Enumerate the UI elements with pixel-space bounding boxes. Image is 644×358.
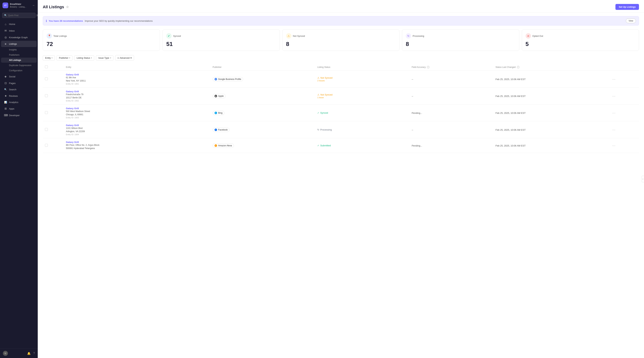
table-row: Galaxy Grill 1101 Wilson BlvdArlington, …	[43, 121, 639, 138]
processing-spin-icon: ↻	[317, 128, 319, 131]
brand-subtitle: Brewery - Listing...	[10, 6, 26, 8]
entity-filter[interactable]: Entity ▾	[43, 55, 55, 61]
publisher-badge[interactable]: G Google Business Profile	[212, 77, 243, 81]
quick-find-input[interactable]	[8, 14, 35, 17]
synced-value: 51	[166, 41, 276, 47]
quick-find-bar[interactable]: 🔍 ⌘ K	[2, 13, 36, 18]
row-more-options-button[interactable]: ⋯	[611, 143, 617, 148]
sidebar-collapse-handle[interactable]: ‹	[642, 176, 644, 182]
sidebar-item-listings[interactable]: ≡ Listings	[1, 41, 37, 47]
select-all-checkbox[interactable]	[45, 65, 48, 68]
page-title-block: All Listings ☆	[43, 5, 69, 9]
entity-filter-label: Entity	[45, 57, 51, 59]
status-detail: 1 Issue	[317, 96, 407, 99]
stat-synced[interactable]: ✔ Synced 51	[162, 29, 280, 51]
publisher-filter-chevron: ▾	[69, 57, 70, 59]
advanced-filter[interactable]: ≡ Advanced ▾	[115, 55, 134, 61]
brand-block[interactable]: XT BreadWater Brewery - Listing...	[2, 2, 26, 8]
row-checkbox[interactable]	[45, 77, 48, 80]
listing-status-badge: ⚠ Not Synced	[317, 76, 407, 79]
publisher-name: Apple	[218, 95, 224, 97]
publisher-badge[interactable]: ◎ Amazon Alexa	[212, 143, 234, 148]
stat-total-listings[interactable]: 📍 Total Listings 72	[43, 29, 160, 51]
row-more-options-button[interactable]: ⋯	[611, 127, 617, 132]
view-recommendations-button[interactable]: View	[626, 18, 636, 23]
notification-icon[interactable]: 🔔	[27, 352, 31, 355]
rec-bold-text: You have 28 recommendations	[49, 19, 83, 22]
table-row: Galaxy Grill 8th Floor, Office No. 2, Ar…	[43, 138, 639, 153]
insights-label: Insights	[9, 48, 17, 51]
publisher-icon: ◉	[214, 95, 217, 97]
all-listings-label: All Listings	[9, 59, 21, 61]
stat-processing[interactable]: ↻ Processing 8	[402, 29, 519, 51]
row-more-options-button[interactable]: ⋯	[611, 110, 617, 116]
user-avatar[interactable]: U	[3, 351, 8, 356]
help-icon[interactable]: ?	[33, 352, 35, 355]
sidebar-item-reviews[interactable]: ★ Reviews	[1, 93, 37, 99]
listing-status-badge: ↻ Processing	[317, 128, 407, 131]
sidebar-item-pages[interactable]: ⊡ Pages	[1, 80, 37, 86]
sidebar-item-all-listings[interactable]: All Listings	[1, 58, 37, 63]
back-button[interactable]: ←	[32, 4, 35, 7]
publisher-badge[interactable]: ◉ Apple	[212, 94, 226, 98]
rec-description: Improve your SEO by quickly implementing…	[85, 19, 153, 22]
publisher-badge[interactable]: f Facebook	[212, 128, 230, 132]
entity-name[interactable]: Galaxy Grill	[66, 124, 208, 127]
row-checkbox[interactable]	[45, 111, 48, 114]
favorite-icon[interactable]: ☆	[66, 5, 69, 9]
entity-name[interactable]: Galaxy Grill	[66, 141, 208, 143]
sidebar-item-home[interactable]: ⌂ Home	[1, 21, 37, 27]
total-listings-value: 72	[46, 41, 156, 47]
sidebar-item-analytics[interactable]: 📊 Analytics	[1, 99, 37, 105]
table-header-row: Entity Publisher Listing Status	[43, 63, 639, 71]
stat-not-synced[interactable]: ⚠ Not Synced 8	[282, 29, 400, 51]
publisher-column-header: Publisher	[212, 66, 222, 68]
entity-name[interactable]: Galaxy Grill	[66, 107, 208, 110]
sidebar-item-configuration[interactable]: Configuration	[1, 68, 37, 73]
publisher-badge[interactable]: b Bing	[212, 111, 224, 115]
sidebar-item-knowledge-graph[interactable]: ◎ Knowledge Graph	[1, 34, 37, 40]
sidebar-label-reviews: Reviews	[9, 95, 18, 97]
row-checkbox[interactable]	[45, 128, 48, 131]
entity-id: Entity ID: 1004	[66, 133, 208, 136]
row-checkbox[interactable]	[45, 94, 48, 97]
advanced-filter-label: Advanced	[120, 57, 130, 59]
main-header: All Listings ☆ Set Up Listings	[38, 0, 644, 12]
processing-value: 8	[406, 41, 515, 47]
row-more-options-button[interactable]: ⋯	[611, 76, 617, 82]
total-listings-icon: 📍	[46, 33, 52, 39]
opted-out-label: Opted Out	[532, 35, 543, 37]
listing-status-column-header: Listing Status	[317, 66, 330, 68]
stat-opted-out[interactable]: ⊘ Opted Out 5	[522, 29, 639, 51]
sidebar-item-social[interactable]: ◈ Social	[1, 73, 37, 80]
sidebar-item-developer[interactable]: ⌨ Developer	[1, 112, 37, 118]
row-more-options-button[interactable]: ⋯	[611, 93, 617, 99]
developer-icon: ⌨	[4, 114, 7, 117]
field-accuracy-value: Pending...	[412, 144, 422, 147]
publisher-filter-label: Publisher	[59, 57, 68, 59]
quick-find-kbd: ⌘ K	[36, 14, 38, 16]
entity-address: Friedrichstraße 7910117 Berlin DE	[66, 93, 208, 99]
entity-address: 500 West Madison StreetChicago, IL 60661	[66, 110, 208, 116]
field-accuracy-info-icon[interactable]: i	[427, 66, 430, 68]
publisher-filter[interactable]: Publisher ▾	[56, 55, 72, 61]
analytics-icon: 📊	[4, 101, 7, 104]
entity-name[interactable]: Galaxy Grill	[66, 73, 208, 76]
sidebar-label-home: Home	[9, 23, 15, 25]
setup-listings-button[interactable]: Set Up Listings	[616, 4, 639, 10]
status-last-changed-value: Feb 25, 2025, 10:06 AM EST	[496, 78, 526, 81]
sidebar-item-publishers[interactable]: Publishers	[1, 52, 37, 57]
sidebar-item-search[interactable]: 🔍 Search	[1, 86, 37, 92]
entity-id: Entity ID: 1002	[66, 100, 208, 102]
sidebar-item-apps[interactable]: ⊞ Apps	[1, 105, 37, 112]
sidebar-item-insights[interactable]: Insights	[1, 47, 37, 52]
status-last-changed-info-icon[interactable]: i	[517, 66, 520, 68]
issue-type-filter[interactable]: Issue Type ▾	[96, 55, 113, 61]
entity-name[interactable]: Galaxy Grill	[66, 90, 208, 93]
listing-status-filter[interactable]: Listing Status ▾	[74, 55, 94, 61]
row-checkbox[interactable]	[45, 144, 48, 147]
sidebar: XT BreadWater Brewery - Listing... ← 🔍 ⌘…	[0, 0, 38, 358]
sidebar-item-inbox[interactable]: ✉ Inbox	[1, 27, 37, 34]
entity-address: 8th Floor, Office No. 2, Argus Block5000…	[66, 143, 208, 150]
sidebar-item-duplicate-suppression[interactable]: Duplicate Suppression	[1, 63, 37, 68]
